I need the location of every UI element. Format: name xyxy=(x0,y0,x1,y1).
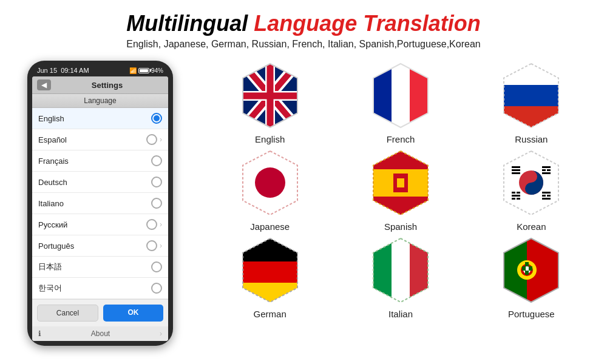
portuguese-label: Portuguese xyxy=(508,309,555,319)
svg-rect-42 xyxy=(542,172,551,174)
phone-screen: ◀ Settings Language English Español › xyxy=(32,76,168,341)
lang-name: 한국어 xyxy=(38,283,62,294)
list-item[interactable]: Português › xyxy=(32,235,168,257)
svg-rect-41 xyxy=(547,169,551,171)
russian-label: Russian xyxy=(515,134,548,144)
flag-french: French xyxy=(337,61,464,144)
subtitle: English, Japanese, German, Russian, Fren… xyxy=(0,39,607,50)
main-title: Multilingual Language Translation xyxy=(0,11,607,36)
battery-pct: 94% xyxy=(151,67,163,74)
list-item[interactable]: Русский › xyxy=(32,214,168,235)
hex-italian xyxy=(370,235,431,305)
list-item[interactable]: Français xyxy=(32,150,168,172)
chevron-icon: › xyxy=(160,329,162,338)
flag-spanish: Spanish xyxy=(337,148,464,232)
hex-french xyxy=(370,61,431,130)
lang-name: Français xyxy=(38,157,69,166)
back-button[interactable]: ◀ xyxy=(37,79,51,90)
svg-rect-46 xyxy=(512,198,515,200)
svg-rect-54 xyxy=(243,238,297,261)
lang-name: English xyxy=(38,114,64,123)
svg-rect-72 xyxy=(525,271,529,275)
svg-rect-47 xyxy=(517,198,520,200)
svg-rect-50 xyxy=(547,195,551,197)
flag-italian: Italian xyxy=(337,235,464,319)
ok-button[interactable]: OK xyxy=(103,305,163,322)
title-red: Language Translation xyxy=(254,11,480,36)
svg-rect-55 xyxy=(243,261,297,283)
chevron-icon: › xyxy=(160,135,162,144)
svg-rect-18 xyxy=(504,85,558,106)
status-bar: Jun 15 09:14 AM 📶 94% xyxy=(32,66,168,76)
radio-portugues[interactable] xyxy=(146,240,157,251)
svg-rect-48 xyxy=(542,192,551,194)
list-item[interactable]: Deutsch xyxy=(32,172,168,193)
cancel-button[interactable]: Cancel xyxy=(37,305,98,322)
phone-body: Jun 15 09:14 AM 📶 94% ◀ Settings Languag… xyxy=(27,61,173,346)
svg-rect-9 xyxy=(243,93,297,99)
hex-german xyxy=(240,235,300,305)
svg-rect-69 xyxy=(522,266,526,271)
hex-english xyxy=(240,61,300,130)
radio-francais[interactable] xyxy=(151,155,162,166)
svg-rect-36 xyxy=(512,166,520,168)
svg-rect-44 xyxy=(517,192,520,194)
svg-rect-31 xyxy=(393,187,408,192)
svg-rect-19 xyxy=(504,106,558,130)
svg-rect-61 xyxy=(410,238,428,302)
svg-rect-49 xyxy=(542,195,546,197)
italian-label: Italian xyxy=(388,309,413,319)
chevron-icon: › xyxy=(160,220,162,229)
svg-rect-70 xyxy=(529,266,532,271)
list-item[interactable]: 한국어 xyxy=(32,278,168,299)
radio-japanese[interactable] xyxy=(151,261,162,272)
lang-name: 日本語 xyxy=(38,261,62,272)
french-label: French xyxy=(387,134,415,144)
radio-english[interactable] xyxy=(151,113,162,124)
list-item[interactable]: Italiano xyxy=(32,193,168,214)
svg-rect-60 xyxy=(392,238,410,302)
svg-rect-30 xyxy=(393,174,408,178)
phone-mockup: Jun 15 09:14 AM 📶 94% ◀ Settings Languag… xyxy=(18,61,182,346)
flag-japanese: Japanese xyxy=(206,148,333,232)
language-section-header: Language xyxy=(32,94,168,108)
svg-rect-39 xyxy=(542,166,551,168)
radio-italiano[interactable] xyxy=(151,198,162,209)
title-black: Multilingual xyxy=(126,11,254,36)
list-item[interactable]: English xyxy=(32,108,168,129)
svg-rect-40 xyxy=(542,169,546,171)
korean-label: Korean xyxy=(517,221,546,232)
radio-korean[interactable] xyxy=(151,283,162,294)
svg-rect-59 xyxy=(373,238,392,302)
flag-portuguese: Portuguese xyxy=(468,235,595,319)
page-header: Multilingual Language Translation Englis… xyxy=(0,0,607,53)
list-item[interactable]: Español › xyxy=(32,129,168,150)
phone-top-bar: ◀ Settings xyxy=(32,76,168,94)
hex-japanese xyxy=(240,148,300,218)
hex-korean xyxy=(501,148,561,218)
list-item[interactable]: 日本語 xyxy=(32,257,168,278)
hex-spanish xyxy=(370,148,431,218)
about-label: About xyxy=(91,329,110,338)
radio-deutsch[interactable] xyxy=(151,177,162,187)
german-label: German xyxy=(254,309,287,319)
japanese-label: Japanese xyxy=(250,221,290,232)
phone-title: Settings xyxy=(51,81,163,90)
svg-rect-71 xyxy=(525,262,529,266)
radio-russian[interactable] xyxy=(146,219,157,230)
battery-icon xyxy=(138,68,149,73)
svg-rect-13 xyxy=(392,64,410,127)
svg-rect-45 xyxy=(512,195,520,197)
language-list: English Español › Français Deutsch xyxy=(32,108,168,299)
svg-rect-27 xyxy=(373,169,428,197)
radio-espanol[interactable] xyxy=(146,134,157,145)
svg-point-23 xyxy=(255,167,285,198)
flag-english: English xyxy=(206,61,333,144)
status-icons: 📶 94% xyxy=(129,67,163,74)
about-bar[interactable]: ℹ About › xyxy=(32,326,168,341)
flag-russian: Russian xyxy=(468,61,595,144)
hex-russian xyxy=(501,61,561,130)
flag-german: German xyxy=(206,235,333,319)
flags-grid: English French xyxy=(200,61,601,319)
lang-name: Deutsch xyxy=(38,178,67,187)
